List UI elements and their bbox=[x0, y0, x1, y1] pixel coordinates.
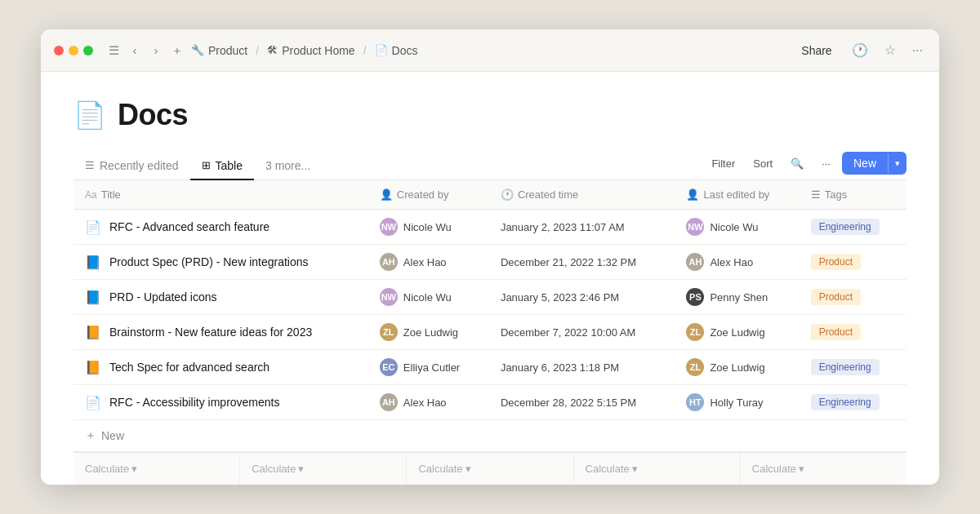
table-row[interactable]: 📙 Brainstorm - New feature ideas for 202… bbox=[74, 315, 906, 350]
col-created-by: 👤 Created by bbox=[368, 180, 489, 210]
breadcrumb-sep-1: / bbox=[256, 44, 259, 57]
breadcrumb-product-home[interactable]: 🛠 Product Home bbox=[267, 44, 354, 57]
doc-title: Tech Spec for advanced search bbox=[109, 361, 270, 374]
cell-last-edited-by: ZL Zoe Ludwig bbox=[675, 350, 799, 385]
titlebar-actions: Share 🕐 ☆ ··· bbox=[795, 39, 926, 61]
forward-icon[interactable]: › bbox=[149, 43, 163, 58]
calculate-tags[interactable]: Calculate ▾ bbox=[741, 453, 906, 485]
more-options-icon[interactable]: ··· bbox=[909, 40, 926, 61]
doc-title: Brainstorm - New feature ideas for 2023 bbox=[109, 326, 312, 339]
breadcrumb-product-home-label: Product Home bbox=[282, 44, 354, 57]
minimize-button[interactable] bbox=[69, 46, 78, 55]
table-row[interactable]: 📘 Product Spec (PRD) - New integrations … bbox=[74, 245, 906, 280]
page-content: 📄 Docs ☰ Recently edited ⊞ Table 3 more.… bbox=[41, 72, 939, 485]
doc-title: PRD - Updated icons bbox=[109, 290, 217, 304]
back-icon[interactable]: ‹ bbox=[127, 43, 142, 58]
table-row[interactable]: 📄 RFC - Accessibility improvements AH Al… bbox=[74, 385, 906, 420]
add-new-row-button[interactable]: ＋ New bbox=[74, 420, 906, 452]
calculate-created-time[interactable]: Calculate ▾ bbox=[407, 453, 573, 485]
calculate-row: Calculate ▾ Calculate ▾ Calculate ▾ Calc… bbox=[74, 452, 906, 485]
created-by-name: Elliya Cutler bbox=[403, 361, 460, 374]
cell-created-time: January 6, 2023 1:18 PM bbox=[489, 350, 675, 385]
created-by-name: Nicole Wu bbox=[403, 221, 452, 233]
doc-type-icon: 📄 bbox=[85, 395, 101, 410]
tags-col-icon: ☰ bbox=[811, 188, 821, 201]
breadcrumb-product[interactable]: 🔧 Product bbox=[191, 44, 247, 57]
star-icon[interactable]: ☆ bbox=[881, 39, 899, 61]
title-col-icon: Aa bbox=[85, 189, 97, 201]
share-button[interactable]: Share bbox=[795, 41, 838, 60]
breadcrumb-docs-label: Docs bbox=[392, 44, 418, 57]
col-created-time: 🕐 Created time bbox=[489, 180, 675, 210]
new-button-arrow[interactable]: ▾ bbox=[888, 153, 906, 174]
col-title: Aa Title bbox=[74, 180, 368, 210]
titlebar: ☰ ‹ › + 🔧 Product / 🛠 Product Home / 📄 D… bbox=[41, 29, 939, 72]
sort-button[interactable]: Sort bbox=[746, 153, 779, 174]
cell-created-time: December 28, 2022 5:15 PM bbox=[489, 385, 675, 420]
last-edited-name: Nicole Wu bbox=[710, 221, 758, 233]
view-tabs-toolbar: Filter Sort 🔍 ··· New ▾ bbox=[705, 152, 906, 179]
cell-tags: Product bbox=[800, 245, 906, 280]
more-toolbar-button[interactable]: ··· bbox=[815, 153, 837, 174]
cell-tags: Engineering bbox=[800, 350, 906, 385]
created-by-name: Nicole Wu bbox=[403, 291, 452, 304]
product-icon: 🔧 bbox=[191, 44, 204, 56]
cell-title: 📄 RFC - Advanced search feature bbox=[74, 210, 368, 245]
add-icon[interactable]: + bbox=[170, 43, 185, 58]
page-title-row: 📄 Docs bbox=[74, 98, 906, 132]
close-button[interactable] bbox=[54, 46, 64, 55]
avatar: EC bbox=[380, 358, 398, 376]
created-by-name: Alex Hao bbox=[403, 397, 447, 409]
page-icon: 📄 bbox=[74, 100, 106, 131]
filter-button[interactable]: Filter bbox=[705, 153, 742, 174]
tag-badge: Engineering bbox=[811, 219, 880, 235]
recently-edited-icon: ☰ bbox=[85, 159, 95, 171]
tab-recently-edited[interactable]: ☰ Recently edited bbox=[74, 153, 190, 180]
calculate-last-edited[interactable]: Calculate ▾ bbox=[574, 453, 741, 485]
cell-created-time: January 2, 2023 11:07 AM bbox=[489, 210, 675, 245]
table-row[interactable]: 📄 RFC - Advanced search feature NW Nicol… bbox=[74, 210, 906, 245]
breadcrumb-sep-2: / bbox=[363, 44, 367, 57]
add-new-row-plus: ＋ bbox=[85, 428, 96, 443]
new-button[interactable]: New ▾ bbox=[842, 152, 906, 175]
traffic-lights bbox=[54, 46, 93, 55]
cell-tags: Product bbox=[800, 280, 906, 315]
doc-title: Product Spec (PRD) - New integrations bbox=[109, 255, 309, 268]
doc-type-icon: 📘 bbox=[85, 290, 101, 305]
cell-tags: Engineering bbox=[800, 210, 906, 245]
calculate-title[interactable]: Calculate ▾ bbox=[74, 453, 240, 485]
new-button-label[interactable]: New bbox=[842, 152, 888, 175]
doc-type-icon: 📙 bbox=[85, 325, 101, 340]
avatar: HT bbox=[686, 393, 704, 411]
created-by-name: Zoe Ludwig bbox=[403, 326, 458, 339]
cell-created-by: NW Nicole Wu bbox=[368, 280, 489, 315]
avatar: NW bbox=[380, 218, 398, 236]
avatar: ZL bbox=[686, 323, 704, 341]
created-by-name: Alex Hao bbox=[403, 256, 447, 268]
docs-icon: 📄 bbox=[375, 44, 388, 56]
tab-table[interactable]: ⊞ Table bbox=[190, 153, 254, 180]
add-new-row-label: New bbox=[101, 429, 124, 442]
last-edited-name: Zoe Ludwig bbox=[710, 361, 764, 374]
tag-badge: Product bbox=[811, 324, 861, 340]
table-row[interactable]: 📙 Tech Spec for advanced search EC Elliy… bbox=[74, 350, 906, 385]
cell-created-by: EC Elliya Cutler bbox=[368, 350, 489, 385]
calculate-created-by[interactable]: Calculate ▾ bbox=[240, 453, 407, 485]
last-edited-col-icon: 👤 bbox=[686, 188, 699, 201]
history-icon[interactable]: 🕐 bbox=[849, 39, 871, 61]
page-title: Docs bbox=[118, 98, 188, 132]
breadcrumb-docs[interactable]: 📄 Docs bbox=[375, 44, 418, 57]
cell-title: 📄 RFC - Accessibility improvements bbox=[74, 385, 368, 420]
avatar: NW bbox=[686, 218, 704, 236]
table-row[interactable]: 📘 PRD - Updated icons NW Nicole Wu Janua… bbox=[74, 280, 906, 315]
menu-icon[interactable]: ☰ bbox=[106, 43, 121, 58]
tab-more[interactable]: 3 more... bbox=[254, 153, 322, 180]
maximize-button[interactable] bbox=[83, 46, 93, 55]
cell-created-by: AH Alex Hao bbox=[368, 245, 489, 280]
avatar: AH bbox=[380, 393, 398, 411]
created-by-col-icon: 👤 bbox=[380, 188, 393, 201]
cell-title: 📘 Product Spec (PRD) - New integrations bbox=[74, 245, 368, 280]
search-button[interactable]: 🔍 bbox=[784, 153, 810, 174]
avatar: AH bbox=[380, 253, 398, 271]
view-tabs: ☰ Recently edited ⊞ Table 3 more... Filt… bbox=[74, 152, 906, 180]
